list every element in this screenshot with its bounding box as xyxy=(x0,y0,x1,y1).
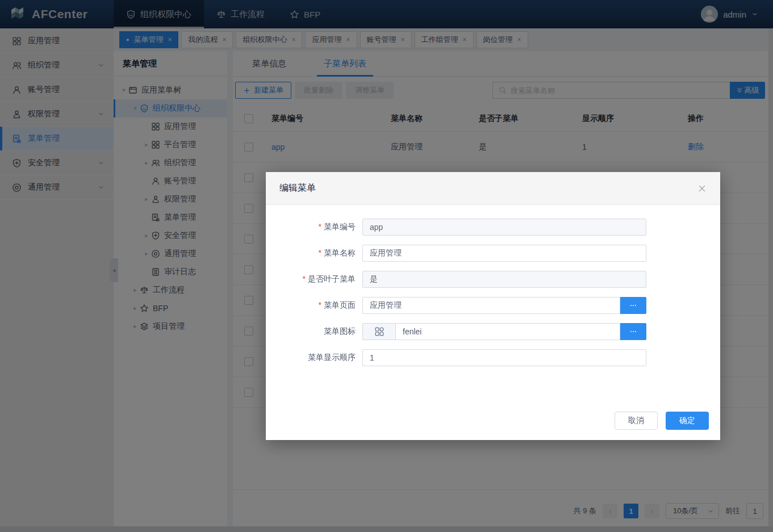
field-control xyxy=(362,219,646,236)
form-row-菜单显示顺序: 菜单显示顺序 xyxy=(266,349,720,366)
field-label-text: 菜单名称 xyxy=(324,248,356,257)
fenlei-icon xyxy=(374,326,385,337)
modal-title: 编辑菜单 xyxy=(279,182,316,194)
required-asterisk: * xyxy=(319,300,321,309)
field-input-菜单页面[interactable] xyxy=(362,297,620,314)
picker-button[interactable] xyxy=(620,323,646,340)
field-label: 菜单显示顺序 xyxy=(266,353,356,363)
modal-footer: 取消 确定 xyxy=(266,412,720,440)
confirm-button[interactable]: 确定 xyxy=(666,412,709,430)
field-label: *菜单名称 xyxy=(266,248,356,258)
menu-icon-preview xyxy=(362,323,395,340)
modal-header: 编辑菜单 xyxy=(266,172,720,205)
field-input-菜单编号 xyxy=(362,219,646,236)
field-label-text: 菜单图标 xyxy=(324,326,356,336)
field-label: 菜单图标 xyxy=(266,326,356,337)
field-input-菜单图标[interactable] xyxy=(395,323,620,340)
form-row-菜单页面: *菜单页面 xyxy=(266,297,720,314)
close-icon[interactable] xyxy=(697,184,707,193)
field-label: *是否叶子菜单 xyxy=(266,274,356,284)
field-input-菜单显示顺序[interactable] xyxy=(362,349,646,366)
field-label-text: 菜单编号 xyxy=(324,222,356,231)
field-control xyxy=(362,323,646,340)
required-asterisk: * xyxy=(303,274,306,283)
field-label-text: 菜单显示顺序 xyxy=(308,353,356,362)
required-asterisk: * xyxy=(319,222,321,231)
form-row-是否叶子菜单: *是否叶子菜单 xyxy=(266,271,720,288)
modal-form: *菜单编号*菜单名称*是否叶子菜单*菜单页面菜单图标菜单显示顺序 xyxy=(266,205,720,375)
field-input-菜单名称[interactable] xyxy=(362,245,646,262)
picker-button[interactable] xyxy=(620,297,646,314)
field-input-是否叶子菜单 xyxy=(362,271,646,288)
ellipsis-icon xyxy=(629,301,637,309)
form-row-菜单图标: 菜单图标 xyxy=(266,323,720,340)
cancel-button[interactable]: 取消 xyxy=(615,412,658,430)
form-row-菜单名称: *菜单名称 xyxy=(266,245,720,262)
ellipsis-icon xyxy=(629,328,637,336)
field-control xyxy=(362,271,646,288)
edit-menu-modal: 编辑菜单 *菜单编号*菜单名称*是否叶子菜单*菜单页面菜单图标菜单显示顺序 取消… xyxy=(266,172,720,440)
field-label-text: 菜单页面 xyxy=(324,300,356,309)
field-control xyxy=(362,349,646,366)
field-control xyxy=(362,297,646,314)
field-control xyxy=(362,245,646,262)
form-row-菜单编号: *菜单编号 xyxy=(266,219,720,236)
field-label-text: 是否叶子菜单 xyxy=(308,274,356,283)
required-asterisk: * xyxy=(319,248,321,257)
field-label: *菜单页面 xyxy=(266,300,356,311)
field-label: *菜单编号 xyxy=(266,222,356,232)
